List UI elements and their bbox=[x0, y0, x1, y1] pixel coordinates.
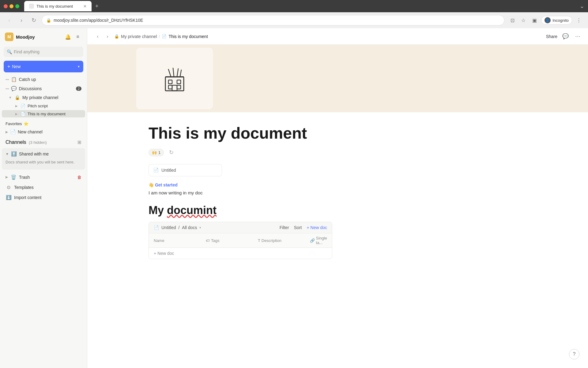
sidebar-item-templates[interactable]: ⊙ Templates bbox=[2, 182, 85, 192]
sidebar-item-trash[interactable]: ▶ 🗑️ Trash 🗑 bbox=[2, 172, 85, 182]
trash-delete-icon[interactable]: 🗑 bbox=[77, 175, 81, 180]
minimize-dot[interactable] bbox=[9, 4, 13, 8]
comments-button[interactable]: 💬 bbox=[561, 32, 570, 41]
tab-close-button[interactable]: ✕ bbox=[83, 4, 87, 9]
sidebar-item-catchup[interactable]: ••• 📋 Catch up bbox=[2, 75, 85, 84]
breadcrumb-doc-current: This is my document bbox=[168, 34, 208, 39]
doc-table-sep: / bbox=[178, 225, 179, 230]
my-doc-icon: 📄 bbox=[21, 111, 25, 116]
bookmark-icon[interactable]: ☆ bbox=[519, 16, 528, 25]
sidebar-toggle-button[interactable]: ≡ bbox=[74, 33, 82, 41]
col-singletag-label: Single ta... bbox=[316, 236, 327, 245]
new-doc-button[interactable]: + New doc bbox=[307, 225, 327, 230]
breadcrumb-lock-icon: 🔒 bbox=[114, 34, 119, 39]
top-bar-nav: ‹ › bbox=[93, 32, 112, 41]
cast-icon[interactable]: ⊡ bbox=[508, 16, 517, 25]
favorites-section: Favorites ⭐ ▶ 📄 New channel bbox=[0, 118, 87, 138]
shared-with-me-header[interactable]: ▼ ⬆️ Shared with me bbox=[2, 149, 85, 159]
breadcrumb-separator: / bbox=[159, 34, 160, 39]
new-doc-row-label: + New doc bbox=[154, 251, 174, 256]
sidebar-item-new-channel[interactable]: ▶ 📄 New channel bbox=[2, 128, 85, 136]
my-document-label: This is my document bbox=[28, 112, 66, 116]
new-button[interactable]: + New ▾ bbox=[4, 61, 83, 72]
cover-illustration bbox=[159, 63, 190, 94]
shared-expand-icon: ▼ bbox=[6, 152, 9, 156]
get-started-section: 👋 Get started I am now writing in my doc bbox=[149, 182, 332, 197]
search-placeholder: Find anything bbox=[14, 49, 40, 54]
col-description: T Description bbox=[258, 236, 310, 245]
import-label: Import content bbox=[14, 195, 42, 200]
sidebar-item-import[interactable]: ⬇️ Import content bbox=[2, 193, 85, 202]
nav-back-button[interactable]: ‹ bbox=[93, 32, 102, 41]
sort-button[interactable]: Sort bbox=[294, 225, 302, 230]
url-text: moodjoy.slite.com/app/docs/r_DHzUYfHSK10… bbox=[54, 18, 143, 23]
channels-label: Channels (3 hidden) bbox=[6, 140, 47, 145]
col-tags: 🏷 Tags bbox=[206, 236, 258, 245]
svg-rect-4 bbox=[177, 85, 181, 89]
new-tab-button[interactable]: + bbox=[95, 3, 99, 10]
new-channel-expand-icon: ▶ bbox=[6, 130, 8, 134]
workspace-label: Moodjoy bbox=[16, 34, 35, 40]
menu-icon[interactable]: ⋮ bbox=[575, 16, 583, 25]
document-content: This is my document 🙌 1 ↻ 📄 Untitled 👋 G… bbox=[87, 112, 394, 278]
reaction-button[interactable]: 🙌 1 bbox=[149, 149, 164, 156]
sidebar-header: M Moodjoy 🔔 ≡ bbox=[0, 28, 87, 45]
doc-table-path-2[interactable]: All docs bbox=[182, 225, 197, 230]
add-reaction-button[interactable]: ↻ bbox=[167, 148, 175, 157]
main-content: ‹ › 🔒 My private channel / 📄 This is my … bbox=[87, 28, 588, 368]
browser-tab[interactable]: This is my document ✕ bbox=[24, 1, 92, 11]
help-button[interactable]: ? bbox=[569, 349, 579, 359]
add-channel-icon[interactable]: ⊞ bbox=[77, 140, 81, 145]
document-title: This is my document bbox=[149, 125, 332, 142]
new-doc-row[interactable]: + New doc bbox=[149, 248, 332, 259]
sidebar-item-discussions[interactable]: ••• 💬 Discussions 2 bbox=[2, 84, 85, 93]
sidebar-item-my-document[interactable]: ▶ 📄 This is my document bbox=[2, 110, 85, 117]
get-started-heading[interactable]: 👋 Get started bbox=[149, 182, 332, 187]
doc-expand-icon: ▶ bbox=[15, 112, 18, 116]
doc-area: This is my document 🙌 1 ↻ 📄 Untitled 👋 G… bbox=[87, 45, 588, 368]
forward-button[interactable]: › bbox=[17, 16, 26, 25]
sidebar-item-private-channel[interactable]: ▼ 🔒 My private channel bbox=[2, 94, 85, 102]
browser-chrome: This is my document ✕ + ⌄ bbox=[0, 0, 588, 12]
doc-table-path-1[interactable]: Untitled bbox=[161, 225, 176, 230]
cover-icon-box bbox=[136, 48, 213, 109]
discussions-icon: 💬 bbox=[11, 86, 17, 91]
pitch-script-label: Pitch script bbox=[28, 104, 48, 108]
templates-icon: ⊙ bbox=[6, 184, 12, 190]
trash-label: Trash bbox=[19, 175, 75, 180]
address-bar[interactable]: 🔒 moodjoy.slite.com/app/docs/r_DHzUYfHSK… bbox=[42, 15, 504, 25]
extension-icon[interactable]: ▣ bbox=[530, 16, 539, 25]
import-icon: ⬇️ bbox=[6, 194, 12, 201]
reaction-emoji: 🙌 bbox=[152, 150, 157, 155]
search-bar[interactable]: 🔍 Find anything bbox=[4, 47, 83, 57]
svg-line-9 bbox=[180, 70, 181, 77]
untitled-sub-item[interactable]: 📄 Untitled bbox=[149, 164, 222, 176]
workspace-avatar: M bbox=[5, 33, 13, 41]
shared-section: ▼ ⬆️ Shared with me Docs shared with you… bbox=[2, 148, 85, 170]
search-icon: 🔍 bbox=[7, 49, 12, 54]
incognito-label: Incognito bbox=[552, 18, 569, 23]
svg-line-8 bbox=[177, 69, 178, 77]
doc-table-actions: Filter Sort + New doc bbox=[280, 225, 327, 230]
breadcrumb: 🔒 My private channel / 📄 This is my docu… bbox=[114, 34, 208, 39]
refresh-button[interactable]: ↻ bbox=[29, 16, 38, 25]
share-button[interactable]: Share bbox=[546, 34, 557, 39]
col-tags-icon: 🏷 bbox=[206, 238, 210, 243]
more-options-button[interactable]: ⋯ bbox=[573, 32, 582, 41]
svg-rect-1 bbox=[168, 80, 172, 84]
shared-content: Docs shared with you will be sent here. bbox=[2, 159, 85, 169]
doc-table-header: 📄 Untitled / All docs ▾ Filter Sort + Ne… bbox=[149, 222, 332, 233]
discussions-expand-icon: ••• bbox=[6, 87, 9, 90]
col-name-label: Name bbox=[154, 238, 164, 243]
doc-table-breadcrumb: 📄 Untitled / All docs ▾ bbox=[154, 225, 201, 230]
close-dot[interactable] bbox=[4, 4, 8, 8]
notifications-button[interactable]: 🔔 bbox=[64, 33, 72, 41]
workspace-name[interactable]: M Moodjoy bbox=[5, 33, 35, 41]
sidebar-item-pitch-script[interactable]: ▶ 📄 Pitch script bbox=[2, 102, 85, 109]
back-button[interactable]: ‹ bbox=[5, 16, 13, 25]
svg-rect-5 bbox=[172, 85, 177, 91]
maximize-dot[interactable] bbox=[15, 4, 19, 8]
nav-forward-button[interactable]: › bbox=[103, 32, 112, 41]
filter-button[interactable]: Filter bbox=[280, 225, 289, 230]
breadcrumb-channel[interactable]: My private channel bbox=[121, 34, 157, 39]
